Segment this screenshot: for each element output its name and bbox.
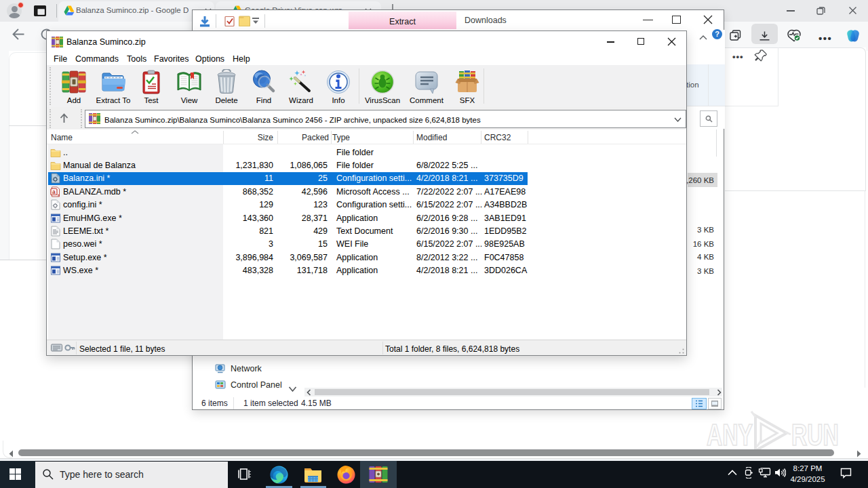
svg-text:a: a (52, 188, 56, 195)
svg-text:RUN: RUN (791, 418, 839, 451)
svg-text:ANY: ANY (707, 418, 753, 451)
